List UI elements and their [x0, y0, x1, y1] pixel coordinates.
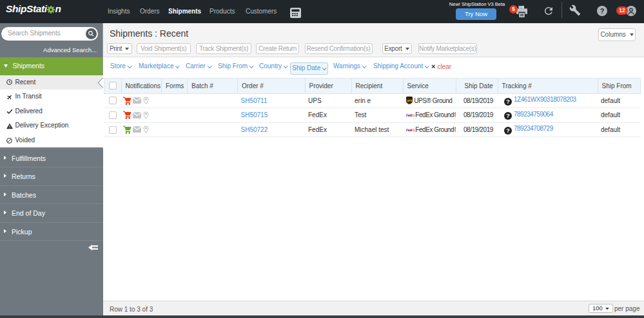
svg-text:UPS: UPS: [407, 99, 412, 102]
svg-text:?: ?: [600, 7, 605, 15]
